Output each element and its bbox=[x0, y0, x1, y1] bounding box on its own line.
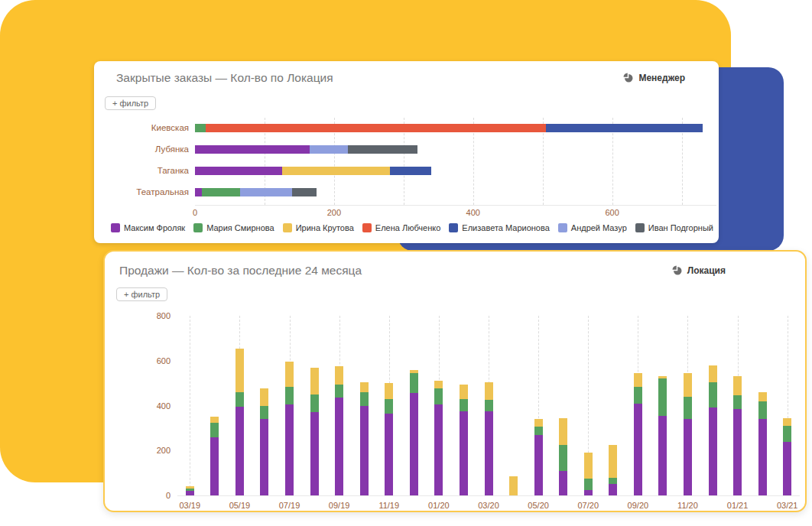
bar-segment[interactable] bbox=[634, 404, 642, 495]
bar-segment[interactable] bbox=[559, 471, 567, 495]
bar-segment[interactable] bbox=[210, 437, 219, 495]
bar-segment[interactable] bbox=[385, 383, 393, 399]
bar-segment[interactable] bbox=[485, 382, 493, 401]
bar-segment[interactable] bbox=[335, 398, 343, 495]
bar-segment[interactable] bbox=[410, 373, 418, 393]
bar-segment[interactable] bbox=[195, 145, 310, 154]
bar-segment[interactable] bbox=[410, 370, 418, 373]
bar-segment[interactable] bbox=[310, 412, 319, 495]
bar-segment[interactable] bbox=[360, 382, 369, 392]
bar-segment[interactable] bbox=[485, 400, 493, 411]
bar-segment[interactable] bbox=[758, 401, 767, 420]
bar-segment[interactable] bbox=[292, 188, 317, 196]
bar-segment[interactable] bbox=[335, 366, 343, 385]
bar-segment[interactable] bbox=[758, 419, 767, 495]
bar-segment[interactable] bbox=[202, 188, 240, 196]
bar-segment[interactable] bbox=[434, 404, 443, 495]
legend-item[interactable]: Мария Смирнова bbox=[193, 223, 274, 232]
bar-segment[interactable] bbox=[684, 373, 692, 397]
bar-segment[interactable] bbox=[195, 124, 206, 132]
bar-segment[interactable] bbox=[733, 376, 742, 395]
bar-segment[interactable] bbox=[534, 419, 543, 427]
bar-segment[interactable] bbox=[609, 478, 617, 485]
bar-segment[interactable] bbox=[360, 392, 369, 406]
bar-segment[interactable] bbox=[609, 445, 617, 478]
legend-label: Елизавета Марионова bbox=[462, 223, 549, 232]
bar-segment[interactable] bbox=[534, 435, 543, 495]
bar-segment[interactable] bbox=[235, 392, 244, 407]
x-tick-label: 0 bbox=[180, 208, 210, 217]
bar-segment[interactable] bbox=[509, 476, 518, 495]
bar-segment[interactable] bbox=[634, 387, 642, 404]
legend-item[interactable]: Ирина Крутова bbox=[283, 223, 354, 232]
bar-segment[interactable] bbox=[285, 387, 294, 405]
bar-segment[interactable] bbox=[235, 407, 244, 495]
bar-segment[interactable] bbox=[195, 188, 202, 196]
bar-segment[interactable] bbox=[240, 188, 292, 196]
bar-segment[interactable] bbox=[285, 362, 294, 386]
bar-segment[interactable] bbox=[559, 418, 567, 445]
legend-item[interactable]: Елена Любченко bbox=[362, 223, 441, 232]
bar-segment[interactable] bbox=[460, 385, 468, 399]
bar-segment[interactable] bbox=[609, 484, 617, 495]
x-tick-label: 07/19 bbox=[273, 501, 307, 510]
legend-item[interactable]: Елизавета Марионова bbox=[449, 223, 549, 232]
bar-segment[interactable] bbox=[485, 411, 493, 495]
bar-segment[interactable] bbox=[260, 419, 268, 495]
bar-segment[interactable] bbox=[709, 382, 717, 408]
bar-segment[interactable] bbox=[658, 378, 667, 415]
bar-segment[interactable] bbox=[348, 145, 417, 154]
bar-segment[interactable] bbox=[658, 376, 667, 378]
bar-segment[interactable] bbox=[584, 453, 593, 479]
legend-item[interactable]: Иван Подгорный bbox=[635, 223, 713, 232]
legend-label: Мария Смирнова bbox=[206, 223, 274, 232]
bar-segment[interactable] bbox=[186, 489, 194, 491]
bar-segment[interactable] bbox=[434, 381, 443, 388]
bar-segment[interactable] bbox=[783, 418, 791, 426]
bar-segment[interactable] bbox=[390, 167, 432, 175]
bar-segment[interactable] bbox=[260, 406, 268, 420]
bar-segment[interactable] bbox=[783, 442, 791, 496]
bar-segment[interactable] bbox=[546, 124, 703, 132]
bar-segment[interactable] bbox=[709, 365, 717, 382]
bar-segment[interactable] bbox=[260, 388, 268, 405]
bar-segment[interactable] bbox=[335, 385, 343, 398]
bar-segment[interactable] bbox=[534, 427, 543, 434]
bar-segment[interactable] bbox=[733, 409, 742, 495]
bar-segment[interactable] bbox=[584, 490, 593, 495]
bar-segment[interactable] bbox=[758, 392, 767, 401]
bar-segment[interactable] bbox=[310, 145, 348, 154]
bar-segment[interactable] bbox=[559, 445, 567, 471]
bar-segment[interactable] bbox=[584, 479, 593, 490]
bar-segment[interactable] bbox=[210, 417, 219, 422]
bar-segment[interactable] bbox=[460, 411, 468, 495]
bar-segment[interactable] bbox=[285, 404, 294, 495]
bar-segment[interactable] bbox=[709, 407, 717, 495]
bar-segment[interactable] bbox=[684, 397, 692, 419]
bar-segment[interactable] bbox=[186, 491, 194, 495]
bar-segment[interactable] bbox=[684, 419, 692, 495]
bar-segment[interactable] bbox=[206, 124, 547, 132]
bar-segment[interactable] bbox=[210, 423, 219, 437]
bar-segment[interactable] bbox=[385, 399, 393, 414]
bar-segment[interactable] bbox=[434, 388, 443, 404]
bar-segment[interactable] bbox=[658, 416, 667, 495]
bar-segment[interactable] bbox=[310, 368, 319, 394]
x-tick-label: 600 bbox=[597, 208, 628, 217]
bar-segment[interactable] bbox=[385, 414, 393, 495]
legend-item[interactable]: Максим Фроляк bbox=[111, 223, 185, 232]
bar-segment[interactable] bbox=[186, 486, 194, 489]
bar-segment[interactable] bbox=[460, 399, 468, 411]
bar-segment[interactable] bbox=[360, 406, 369, 496]
bar-segment[interactable] bbox=[634, 373, 642, 387]
bar-segment[interactable] bbox=[733, 395, 742, 409]
bar-segment[interactable] bbox=[783, 426, 791, 442]
legend-item[interactable]: Андрей Мазур bbox=[558, 223, 627, 232]
x-tick-label: 05/20 bbox=[521, 501, 555, 510]
bar-segment[interactable] bbox=[195, 167, 282, 175]
bar-segment[interactable] bbox=[410, 393, 418, 495]
bar-segment[interactable] bbox=[282, 167, 390, 175]
bar-segment[interactable] bbox=[235, 349, 244, 392]
bar-segment[interactable] bbox=[310, 394, 319, 413]
legend-swatch bbox=[193, 223, 203, 232]
